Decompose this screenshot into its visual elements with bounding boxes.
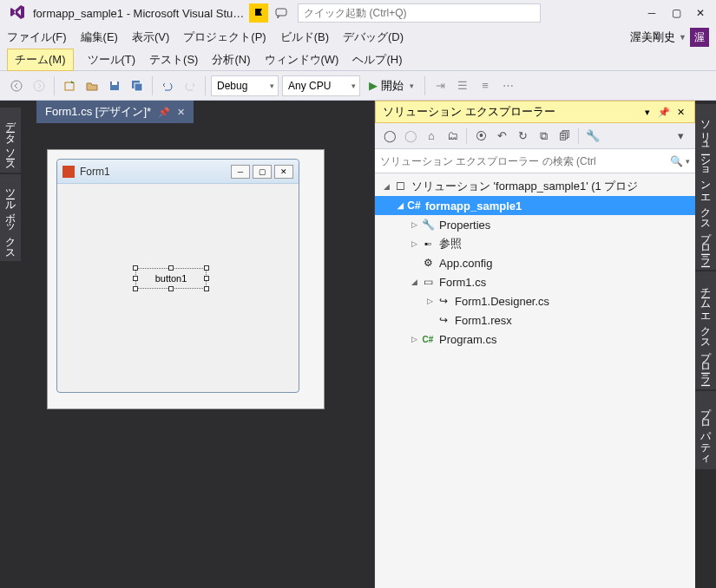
menu-debug[interactable]: デバッグ(D): [343, 29, 404, 45]
resize-handle[interactable]: [204, 265, 209, 271]
quick-launch: [298, 3, 633, 23]
solution-search-input[interactable]: [380, 155, 670, 167]
new-project-button[interactable]: [59, 75, 80, 96]
form-file-icon: ▭: [420, 275, 436, 289]
resize-handle[interactable]: [168, 265, 174, 271]
menu-build[interactable]: ビルド(B): [280, 29, 329, 45]
designer-surface: Form1 ─ ▢ ✕ button1: [47, 149, 325, 409]
menu-project[interactable]: プロジェクト(P): [183, 29, 266, 45]
designer-canvas[interactable]: Form1 ─ ▢ ✕ button1: [21, 123, 374, 588]
more-button[interactable]: ⋯: [497, 75, 518, 96]
expander-icon[interactable]: ▷: [408, 220, 420, 229]
se-undo-icon[interactable]: ↶: [492, 127, 511, 146]
tab-data-sources[interactable]: データ ソース: [0, 108, 21, 173]
designer-button1[interactable]: button1: [135, 268, 207, 289]
tree-properties[interactable]: ▷ 🔧 Properties: [375, 215, 695, 234]
save-button[interactable]: [104, 75, 125, 96]
expander-icon[interactable]: ◢: [408, 278, 420, 286]
menu-view[interactable]: 表示(V): [132, 29, 169, 45]
doc-tab-form1-design[interactable]: Form1.cs [デザイン]* 📌 ✕: [36, 101, 194, 123]
tree-solution[interactable]: ◢ ☐ ソリューション 'formapp_sample1' (1 プロジ: [375, 177, 695, 196]
se-overflow-icon[interactable]: ▾: [671, 127, 690, 146]
config-dropdown[interactable]: Debug: [211, 75, 279, 96]
menu-team[interactable]: チーム(M): [7, 49, 74, 71]
solution-tree: ◢ ☐ ソリューション 'formapp_sample1' (1 プロジ ◢ C…: [375, 173, 695, 588]
panel-close-icon[interactable]: ✕: [673, 105, 687, 119]
account-area[interactable]: 渥美剛史 ▼ 渥: [630, 28, 709, 47]
se-refresh-icon[interactable]: ↻: [513, 127, 532, 146]
se-home-icon[interactable]: ⌂: [422, 127, 441, 146]
svg-rect-3: [65, 82, 74, 90]
menu-analyze[interactable]: 分析(N): [212, 52, 250, 68]
tab-toolbox[interactable]: ツールボックス: [0, 174, 21, 261]
search-dropdown-icon[interactable]: ▾: [686, 157, 690, 166]
tree-form1designer[interactable]: ▷ ↪ Form1.Designer.cs: [375, 291, 695, 310]
feedback-icon[interactable]: [272, 3, 291, 23]
tab-properties[interactable]: プロパティ: [695, 391, 716, 469]
open-button[interactable]: [82, 75, 102, 96]
expander-icon[interactable]: ◢: [380, 182, 392, 191]
maximize-button[interactable]: ▢: [664, 3, 688, 23]
close-button[interactable]: ✕: [688, 3, 713, 23]
tree-program[interactable]: ▷ C# Program.cs: [375, 330, 695, 349]
solution-explorer: ソリューション エクスプローラー ▾ 📌 ✕ ◯ ◯ ⌂ 🗂 ⦿ ↶ ↻ ⧉ 🗐…: [374, 101, 695, 588]
se-sync-icon[interactable]: 🗂: [443, 127, 462, 146]
menu-bar-2: チーム(M) ツール(T) テスト(S) 分析(N) ウィンドウ(W) ヘルプ(…: [0, 49, 716, 71]
redo-button[interactable]: [180, 75, 200, 96]
menu-help[interactable]: ヘルプ(H): [352, 52, 402, 68]
align-button[interactable]: ☰: [452, 75, 473, 96]
separator: [424, 76, 425, 95]
account-avatar: 渥: [690, 28, 709, 47]
panel-menu-icon[interactable]: ▾: [640, 105, 654, 119]
quick-launch-input[interactable]: [298, 3, 541, 23]
tree-label: App.config: [439, 257, 492, 270]
menu-edit[interactable]: 編集(E): [81, 29, 118, 45]
resize-handle[interactable]: [133, 286, 138, 291]
forward-button[interactable]: [29, 75, 49, 96]
undo-button[interactable]: [157, 75, 178, 96]
se-forward-icon[interactable]: ◯: [401, 127, 420, 146]
tree-references[interactable]: ▷ ▪▫ 参照: [375, 234, 695, 253]
notification-flag-icon[interactable]: [249, 3, 268, 23]
menu-file[interactable]: ファイル(F): [7, 29, 67, 45]
form-preview[interactable]: Form1 ─ ▢ ✕ button1: [56, 159, 299, 393]
resize-handle[interactable]: [168, 286, 174, 291]
indent-button[interactable]: ≡: [475, 75, 496, 96]
menu-tools[interactable]: ツール(T): [88, 52, 136, 68]
search-icon[interactable]: 🔍: [670, 155, 683, 167]
platform-label: Any CPU: [288, 80, 331, 92]
tree-appconfig[interactable]: ⚙ App.config: [375, 253, 695, 272]
tree-form1resx[interactable]: ↪ Form1.resx: [375, 310, 695, 330]
close-icon[interactable]: ✕: [177, 107, 185, 118]
tree-form1[interactable]: ◢ ▭ Form1.cs: [375, 272, 695, 291]
se-back-icon[interactable]: ◯: [380, 127, 399, 146]
expander-icon[interactable]: ▷: [408, 335, 420, 343]
tree-project[interactable]: ◢ C# formapp_sample1: [375, 196, 695, 215]
panel-pin-icon[interactable]: 📌: [657, 105, 671, 119]
expander-icon[interactable]: ◢: [394, 201, 406, 210]
config-label: Debug: [217, 80, 247, 92]
expander-icon[interactable]: ▷: [408, 239, 420, 248]
menu-window[interactable]: ウィンドウ(W): [265, 52, 339, 68]
resize-handle[interactable]: [133, 276, 138, 281]
se-scope-icon[interactable]: ⦿: [471, 127, 490, 146]
se-properties-icon[interactable]: 🔧: [583, 127, 602, 146]
minimize-button[interactable]: ─: [640, 3, 664, 23]
step-button[interactable]: ⇥: [430, 75, 450, 96]
resize-handle[interactable]: [133, 265, 138, 271]
pin-icon[interactable]: 📌: [158, 107, 170, 118]
expander-icon[interactable]: ▷: [424, 297, 436, 305]
se-collapse-icon[interactable]: ⧉: [534, 127, 553, 146]
tab-solution-explorer[interactable]: ソリューション エクスプローラー: [695, 104, 716, 270]
se-showall-icon[interactable]: 🗐: [555, 127, 574, 146]
back-button[interactable]: [6, 75, 27, 96]
menu-test[interactable]: テスト(S): [149, 52, 198, 68]
separator: [466, 128, 467, 144]
tree-label: Form1.cs: [439, 276, 486, 289]
save-all-button[interactable]: [127, 75, 148, 96]
start-button[interactable]: ▶ 開始 ▾: [362, 75, 421, 96]
resize-handle[interactable]: [204, 286, 209, 291]
platform-dropdown[interactable]: Any CPU: [282, 75, 360, 96]
resize-handle[interactable]: [204, 276, 209, 281]
tab-team-explorer[interactable]: チーム エクスプローラー: [695, 271, 716, 389]
